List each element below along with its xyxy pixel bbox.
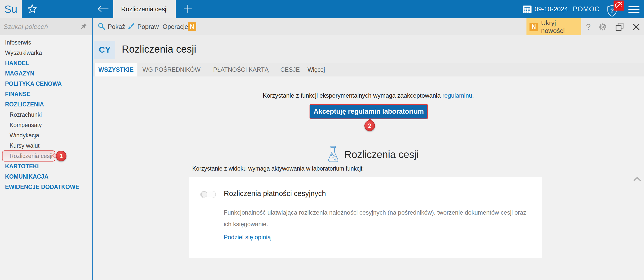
command-search <box>0 18 92 35</box>
experimental-notice: Korzystanie z funkcji eksperymentalnych … <box>93 92 644 99</box>
sidebar-item-ewidencje-dodatkowe[interactable]: EWIDENCJE DODATKOWE <box>0 182 92 192</box>
sidebar-item-komunikacja[interactable]: KOMUNIKACJA <box>0 172 92 182</box>
sidebar-item-kartoteki[interactable]: KARTOTEKI <box>0 161 92 172</box>
lab-intro-text: Korzystanie z widoku wymaga aktywowania … <box>192 165 364 172</box>
accept-terms-button[interactable]: Akceptuję regulamin laboratorium <box>310 105 427 118</box>
terms-link[interactable]: regulaminu <box>442 92 472 99</box>
brush-icon <box>127 22 135 31</box>
feature-description: Funkcjonalność ułatwiająca rozliczenia n… <box>224 207 528 230</box>
feature-toggle[interactable] <box>200 191 216 198</box>
app-window: Su Rozliczenia cesji <box>0 0 644 280</box>
show-button[interactable]: Pokaż <box>98 18 125 35</box>
sidebar-item-finanse[interactable]: FINANSE <box>0 89 92 99</box>
close-icon[interactable] <box>632 23 640 31</box>
sidebar-item-rozrachunki[interactable]: Rozrachunki <box>0 110 92 120</box>
lab-flask-icon <box>327 146 339 163</box>
tab-wszystkie[interactable]: WSZYSTKIE <box>95 63 137 76</box>
lab-section-heading: Rozliczenia cesji <box>344 146 419 163</box>
show-label: Pokaż <box>108 23 125 30</box>
cloud-off-icon <box>614 1 623 10</box>
sidebar-item-kompensaty[interactable]: Kompensaty <box>0 120 92 130</box>
sidebar-item-infoserwis[interactable]: Infoserwis <box>0 37 92 48</box>
edit-button[interactable]: Popraw <box>127 18 159 35</box>
cascade-windows-icon[interactable] <box>615 22 624 31</box>
help-question-button[interactable]: ? <box>583 18 593 35</box>
sidebar-items: Infoserwis Wyszukiwarka HANDEL MAGAZYN P… <box>0 37 92 192</box>
module-badge: CY <box>94 41 115 59</box>
new-tab-button[interactable] <box>179 4 196 15</box>
plus-icon <box>183 4 193 15</box>
sidebar-item-rozliczenia-cesji[interactable]: Rozliczenia cesji <box>0 151 92 161</box>
sidebar-item-windykacja[interactable]: Windykacja <box>0 130 92 141</box>
svg-text:?: ? <box>610 8 614 14</box>
sidebar-item-polityka-cenowa[interactable]: POLITYKA CENOWA <box>0 79 92 89</box>
tab-more[interactable]: Więcej <box>308 63 325 76</box>
sidebar-item-rozliczenia[interactable]: ROZLICZENIA <box>0 99 92 110</box>
tutorial-step-1-badge: 1 <box>56 151 66 161</box>
arrow-left-icon <box>97 5 109 14</box>
star-icon <box>27 4 37 15</box>
sidebar-menu: Infoserwis Wyszukiwarka HANDEL MAGAZYN P… <box>0 35 92 280</box>
sidebar-item-handel[interactable]: HANDEL <box>0 58 92 68</box>
toolbar: Pokaż Popraw Operacje N N Ukryj nowości … <box>0 18 644 35</box>
pin-icon[interactable] <box>79 23 87 31</box>
tutorial-highlight-button: Akceptuję regulamin laboratorium <box>310 104 428 119</box>
tab-wg-posrednikow[interactable]: WG POŚREDNIKÓW <box>142 63 201 76</box>
settings-gear-icon[interactable] <box>598 23 607 31</box>
scroll-up-chevron-icon[interactable] <box>633 177 641 182</box>
new-feature-badge: N <box>529 23 538 31</box>
feedback-link[interactable]: Podziel się opinią <box>224 234 271 241</box>
active-window-tab[interactable]: Rozliczenia cesji <box>113 0 176 18</box>
operations-button[interactable]: Operacje <box>163 18 188 35</box>
search-input[interactable] <box>4 21 77 33</box>
sidebar-separator <box>92 18 93 280</box>
hide-news-label: Ukryj nowości <box>541 19 581 35</box>
page-header: CY Rozliczenia cesji <box>93 35 644 63</box>
hide-news-button[interactable]: N Ukryj nowości <box>526 18 581 35</box>
notice-period: . <box>472 92 474 99</box>
calendar-icon <box>522 5 532 14</box>
favorite-star-button[interactable] <box>27 4 38 15</box>
sidebar-item-kursy-walut[interactable]: Kursy walut <box>0 141 92 151</box>
tab-cesje[interactable]: CESJE <box>280 63 300 76</box>
toggle-knob-icon <box>201 191 207 197</box>
sidebar-item-magazyn[interactable]: MAGAZYN <box>0 68 92 79</box>
hamburger-menu-icon[interactable] <box>628 6 639 13</box>
notice-text: Korzystanie z funkcji eksperymentalnych … <box>263 92 442 99</box>
tutorial-step-2-badge: 2 <box>364 121 375 131</box>
help-menu[interactable]: POMOC <box>573 0 600 18</box>
edit-label: Popraw <box>137 23 159 30</box>
sidebar-item-wyszukiwarka[interactable]: Wyszukiwarka <box>0 48 92 58</box>
current-date[interactable]: 09-10-2024 <box>535 0 568 18</box>
back-button[interactable] <box>97 5 109 14</box>
feature-title: Rozliczenia płatności cesyjnych <box>224 189 326 198</box>
app-logo[interactable]: Su <box>0 0 22 18</box>
new-feature-badge: N <box>188 22 196 31</box>
main-content: CY Rozliczenia cesji WSZYSTKIE WG POŚRED… <box>93 35 644 280</box>
operations-label: Operacje <box>163 23 188 30</box>
magnifier-icon <box>98 22 105 31</box>
page-title: Rozliczenia cesji <box>122 35 196 63</box>
page-body: Korzystanie z funkcji eksperymentalnych … <box>93 76 644 280</box>
feature-card: Rozliczenia płatności cesyjnych Funkcjon… <box>189 177 542 258</box>
top-bar: Su Rozliczenia cesji <box>0 0 644 18</box>
tab-platnosci-karta[interactable]: PŁATNOŚCI KARTĄ <box>213 63 269 76</box>
offline-status-badge[interactable] <box>614 1 624 11</box>
view-tabs: WSZYSTKIE WG POŚREDNIKÓW PŁATNOŚCI KARTĄ… <box>93 63 644 76</box>
